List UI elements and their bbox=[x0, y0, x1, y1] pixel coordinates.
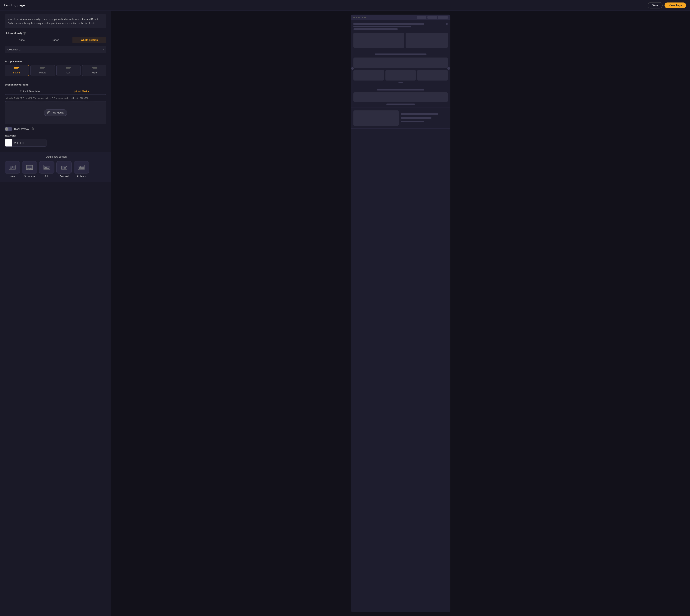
upload-area[interactable]: Add Media bbox=[5, 101, 106, 124]
collection-detail-line bbox=[353, 28, 398, 30]
preview-carousel-section bbox=[351, 51, 450, 86]
dot-1 bbox=[353, 17, 355, 18]
main-layout: soul of our vibrant community. These exc… bbox=[0, 11, 690, 616]
switch-thumb bbox=[5, 127, 8, 131]
placement-right[interactable]: Right bbox=[82, 65, 106, 76]
black-overlay-info-icon[interactable]: i bbox=[31, 128, 34, 130]
placement-bottom[interactable]: Bottom bbox=[5, 65, 29, 76]
save-button[interactable]: Save bbox=[648, 2, 663, 8]
bg-color-templates[interactable]: Color & Templates bbox=[5, 88, 55, 94]
dot-2 bbox=[356, 17, 357, 18]
add-media-button[interactable]: Add Media bbox=[44, 109, 67, 116]
svg-rect-13 bbox=[45, 167, 47, 168]
section-type-all-items[interactable]: All items bbox=[73, 161, 89, 178]
image-icon bbox=[47, 111, 50, 114]
middle-placement-icon bbox=[40, 67, 45, 70]
carousel-thumb-2 bbox=[385, 70, 416, 81]
collection-image-2 bbox=[405, 32, 448, 48]
text-preview: soul of our vibrant community. These exc… bbox=[5, 14, 106, 28]
left-placement-icon bbox=[66, 67, 71, 70]
text-preview-section: soul of our vibrant community. These exc… bbox=[0, 11, 111, 32]
header-actions: Save View Page bbox=[648, 2, 686, 8]
section-type-featured[interactable]: Featured bbox=[57, 161, 72, 178]
carousel-main-card bbox=[353, 58, 448, 68]
add-section-title: + Add a new section bbox=[5, 155, 106, 158]
collection-dropdown[interactable]: Collection 1 Collection 2 Collection 3 bbox=[5, 46, 106, 53]
svg-rect-3 bbox=[10, 166, 13, 168]
svg-rect-24 bbox=[79, 168, 80, 169]
carousel-title-line bbox=[375, 53, 427, 55]
strip-label: Strip bbox=[44, 175, 49, 178]
collection-dot bbox=[446, 23, 448, 25]
featured-icon-box bbox=[57, 161, 72, 174]
text-placement-label: Text placement bbox=[5, 60, 106, 63]
dot-5 bbox=[364, 17, 366, 18]
featured-text-block bbox=[401, 110, 448, 126]
collection-header-row bbox=[353, 23, 448, 31]
carousel-dot-1 bbox=[399, 82, 403, 83]
link-option-button[interactable]: Button bbox=[39, 37, 72, 43]
svg-rect-21 bbox=[79, 166, 80, 167]
showcase-label: Showcase bbox=[24, 175, 35, 178]
black-overlay-row: Black overlay i bbox=[5, 127, 106, 131]
placement-middle[interactable]: Middle bbox=[30, 65, 55, 76]
section-bg-label: Section background bbox=[5, 83, 106, 86]
svg-rect-9 bbox=[29, 168, 30, 170]
view-page-button[interactable]: View Page bbox=[665, 2, 686, 8]
link-info-icon[interactable]: i bbox=[23, 32, 26, 35]
dot-3 bbox=[358, 17, 360, 18]
link-option-whole-section[interactable]: Whole Section bbox=[72, 37, 106, 43]
featured-label: Featured bbox=[60, 175, 69, 178]
showcase-icon-box bbox=[22, 161, 37, 174]
text-color-label: Text color bbox=[5, 134, 106, 137]
collection-title-line bbox=[353, 23, 424, 25]
svg-rect-4 bbox=[10, 168, 12, 169]
preview-featured-section bbox=[351, 108, 450, 129]
preview-collection-section bbox=[351, 20, 450, 51]
collection-subtitle-line bbox=[353, 26, 411, 27]
featured-subtitle-line bbox=[401, 117, 431, 119]
carousel-prev-button[interactable] bbox=[351, 67, 354, 70]
link-option-none[interactable]: None bbox=[5, 37, 39, 43]
featured-detail-line bbox=[401, 121, 424, 122]
featured-icon bbox=[60, 164, 68, 171]
svg-rect-10 bbox=[30, 168, 32, 170]
collection-text-block bbox=[353, 23, 442, 31]
preview-browser bbox=[351, 15, 450, 612]
section-type-hero[interactable]: Hero bbox=[5, 161, 20, 178]
all-items-icon-box bbox=[73, 161, 89, 174]
strip-icon-box bbox=[39, 161, 54, 174]
hero-icon-box bbox=[5, 161, 20, 174]
all-items-icon bbox=[77, 164, 85, 171]
showcase-icon bbox=[26, 164, 34, 171]
carousel-thumbnails bbox=[353, 70, 448, 81]
section-bg-toggle: Color & Templates Upload Media bbox=[5, 88, 106, 95]
link-toggle-group: None Button Whole Section bbox=[5, 37, 106, 43]
svg-rect-19 bbox=[64, 168, 65, 169]
color-value: #FFFFFF bbox=[12, 139, 47, 147]
svg-rect-26 bbox=[82, 168, 84, 169]
svg-rect-25 bbox=[81, 168, 82, 169]
hero-icon bbox=[8, 164, 16, 171]
svg-rect-23 bbox=[82, 166, 84, 167]
featured-image bbox=[353, 110, 399, 126]
black-overlay-toggle[interactable] bbox=[5, 127, 12, 131]
section-type-showcase[interactable]: Showcase bbox=[22, 161, 37, 178]
left-panel: soul of our vibrant community. These exc… bbox=[0, 11, 111, 616]
section-type-strip[interactable]: Strip bbox=[39, 161, 54, 178]
svg-rect-14 bbox=[45, 168, 46, 168]
browser-nav-buttons bbox=[417, 16, 448, 19]
right-placement-icon bbox=[92, 67, 97, 70]
bg-upload-media[interactable]: Upload Media bbox=[55, 88, 106, 94]
color-swatch[interactable] bbox=[5, 139, 12, 147]
link-label: Link (optional) i bbox=[5, 32, 106, 35]
all-items-label: All items bbox=[77, 175, 86, 178]
featured-title-line bbox=[401, 113, 438, 115]
section-types-list: Hero Showcase bbox=[5, 161, 106, 178]
carousel-next-button[interactable] bbox=[447, 67, 450, 70]
color-field[interactable]: #FFFFFF bbox=[5, 139, 47, 147]
hero-label: Hero bbox=[10, 175, 15, 178]
placement-left[interactable]: Left bbox=[57, 65, 81, 76]
svg-rect-8 bbox=[27, 168, 28, 170]
single-title-line bbox=[377, 89, 424, 90]
